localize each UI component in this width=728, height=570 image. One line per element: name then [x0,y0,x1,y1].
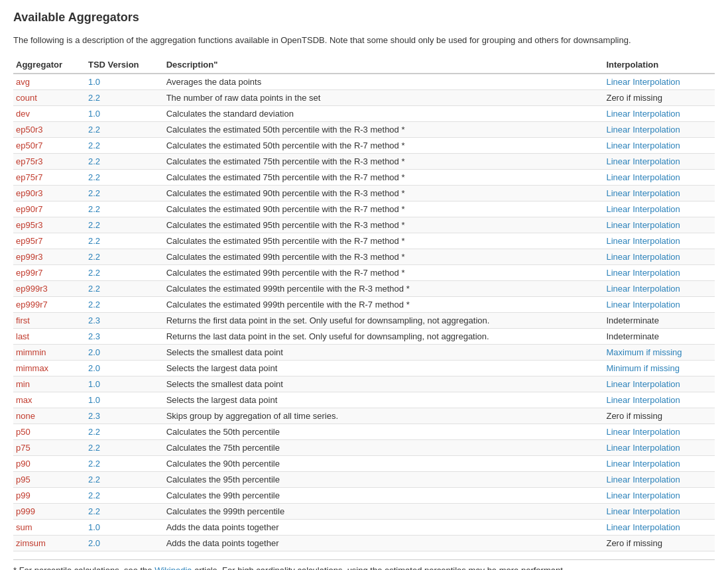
table-row: last2.3Returns the last data point in th… [13,328,715,344]
table-row: ep75r32.2Calculates the estimated 75th p… [13,153,715,169]
cell-description: Skips group by aggregation of all time s… [164,408,604,424]
cell-version: 2.2 [86,233,164,249]
cell-aggregator-name: mimmin [13,344,86,360]
cell-aggregator-name: max [13,392,86,408]
cell-version: 2.3 [86,328,164,344]
cell-interpolation: Linear Interpolation [603,264,715,280]
cell-aggregator-name: ep90r3 [13,185,86,201]
cell-version: 2.2 [86,169,164,185]
cell-interpolation: Zero if missing [603,408,715,424]
cell-description: Calculates the 90th percentile [164,455,604,471]
table-row: ep50r72.2Calculates the estimated 50th p… [13,137,715,153]
cell-description: Calculates the estimated 95th percentile… [164,233,604,249]
table-row: ep75r72.2Calculates the estimated 75th p… [13,169,715,185]
cell-aggregator-name: dev [13,105,86,121]
cell-description: The number of raw data points in the set [164,89,604,105]
aggregators-table: Aggregator TSD Version Description" Inte… [13,56,715,551]
cell-interpolation: Linear Interpolation [603,280,715,296]
cell-version: 2.2 [86,217,164,233]
cell-aggregator-name: count [13,89,86,105]
cell-description: Adds the data points together [164,535,604,551]
cell-version: 2.2 [86,89,164,105]
table-row: ep50r32.2Calculates the estimated 50th p… [13,121,715,137]
cell-version: 2.2 [86,121,164,137]
cell-interpolation: Zero if missing [603,89,715,105]
cell-aggregator-name: ep99r7 [13,264,86,280]
cell-interpolation: Linear Interpolation [603,233,715,249]
footnote: * For percentile calculations, see the W… [13,559,715,571]
cell-aggregator-name: sum [13,519,86,535]
cell-interpolation: Linear Interpolation [603,169,715,185]
cell-interpolation: Linear Interpolation [603,217,715,233]
table-row: ep95r32.2Calculates the estimated 95th p… [13,217,715,233]
table-row: avg1.0Averages the data pointsLinear Int… [13,74,715,90]
cell-aggregator-name: p50 [13,424,86,439]
cell-aggregator-name: ep999r7 [13,296,86,312]
cell-aggregator-name: last [13,328,86,344]
footnote-prefix: * For percentile calculations, see the [13,565,154,571]
cell-interpolation: Linear Interpolation [603,392,715,408]
cell-interpolation: Linear Interpolation [603,185,715,201]
table-row: max1.0Selects the largest data pointLine… [13,392,715,408]
table-row: p992.2Calculates the 99th percentileLine… [13,487,715,503]
cell-description: Calculates the estimated 75th percentile… [164,153,604,169]
cell-aggregator-name: ep75r3 [13,153,86,169]
cell-version: 2.0 [86,535,164,551]
cell-description: Calculates the 99th percentile [164,487,604,503]
cell-description: Selects the largest data point [164,360,604,376]
cell-version: 2.3 [86,312,164,328]
cell-version: 2.2 [86,424,164,439]
cell-interpolation: Linear Interpolation [603,201,715,217]
cell-version: 2.2 [86,280,164,296]
cell-interpolation: Linear Interpolation [603,376,715,392]
cell-interpolation: Linear Interpolation [603,471,715,487]
cell-interpolation: Linear Interpolation [603,424,715,439]
table-row: p9992.2Calculates the 999th percentileLi… [13,503,715,519]
cell-interpolation: Linear Interpolation [603,519,715,535]
intro-text: The following is a description of the ag… [13,34,715,47]
cell-version: 2.2 [86,201,164,217]
cell-interpolation: Linear Interpolation [603,121,715,137]
table-row: p752.2Calculates the 75th percentileLine… [13,439,715,455]
table-header-row: Aggregator TSD Version Description" Inte… [13,56,715,74]
cell-description: Calculates the estimated 90th percentile… [164,185,604,201]
cell-description: Calculates the estimated 75th percentile… [164,169,604,185]
cell-description: Calculates the 95th percentile [164,471,604,487]
cell-description: Adds the data points together [164,519,604,535]
footnote-suffix: article. For high cardinality calculatio… [192,565,566,571]
table-row: p502.2Calculates the 50th percentileLine… [13,424,715,439]
cell-version: 2.2 [86,153,164,169]
cell-interpolation: Indeterminate [603,312,715,328]
cell-description: Calculates the 999th percentile [164,503,604,519]
cell-aggregator-name: ep50r7 [13,137,86,153]
cell-description: Returns the first data point in the set.… [164,312,604,328]
table-row: mimmin2.0Selects the smallest data point… [13,344,715,360]
table-row: ep99r32.2Calculates the estimated 99th p… [13,249,715,264]
col-version: TSD Version [86,56,164,74]
cell-description: Selects the smallest data point [164,376,604,392]
cell-interpolation: Linear Interpolation [603,455,715,471]
table-row: ep95r72.2Calculates the estimated 95th p… [13,233,715,249]
cell-version: 2.2 [86,503,164,519]
cell-version: 2.3 [86,408,164,424]
cell-description: Calculates the 75th percentile [164,439,604,455]
cell-aggregator-name: none [13,408,86,424]
col-interpolation: Interpolation [603,56,715,74]
cell-interpolation: Minimum if missing [603,360,715,376]
table-row: zimsum2.0Adds the data points togetherZe… [13,535,715,551]
cell-interpolation: Linear Interpolation [603,249,715,264]
cell-interpolation: Indeterminate [603,328,715,344]
cell-description: Calculates the estimated 50th percentile… [164,137,604,153]
cell-description: Returns the last data point in the set. … [164,328,604,344]
wikipedia-link[interactable]: Wikipedia [154,565,192,571]
cell-version: 2.2 [86,439,164,455]
cell-version: 1.0 [86,105,164,121]
table-row: ep90r32.2Calculates the estimated 90th p… [13,185,715,201]
cell-version: 2.2 [86,137,164,153]
cell-interpolation: Linear Interpolation [603,74,715,90]
cell-description: Calculates the estimated 99th percentile… [164,264,604,280]
cell-version: 2.0 [86,344,164,360]
cell-interpolation: Maximum if missing [603,344,715,360]
cell-description: Calculates the estimated 90th percentile… [164,201,604,217]
cell-version: 2.2 [86,249,164,264]
